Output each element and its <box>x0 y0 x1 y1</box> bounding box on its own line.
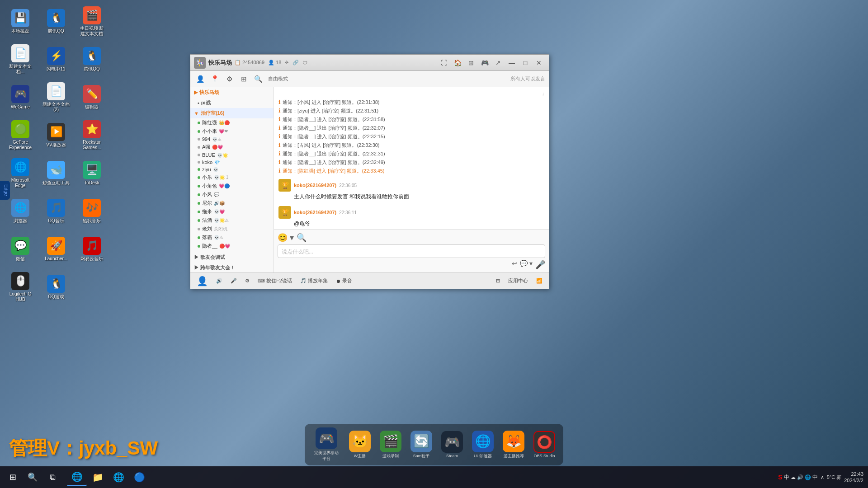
left-edge-bar[interactable]: Edge <box>0 181 10 200</box>
icon-rockstar[interactable]: ⭐ Rockstar Games... <box>76 118 108 152</box>
dock-steam[interactable]: 🎮 Steam <box>439 430 466 459</box>
sidebar-group-kuangnian[interactable]: ▶ 跨年歌友大会！ <box>190 263 274 272</box>
taskbar-browser[interactable]: 🌐 <box>108 468 128 486</box>
scroll-indicator[interactable]: ↓ <box>278 91 544 96</box>
btn-reply[interactable]: ↩ <box>512 260 517 270</box>
icon-local-disk[interactable]: 💾 本地磁盘 <box>5 5 36 38</box>
sidebar-member-yinzhe[interactable]: 隐者__ 🔴💗 <box>190 242 274 250</box>
sidebar-group-main[interactable]: ▶ 快乐马场 <box>190 87 274 98</box>
icon-qq2[interactable]: 🐧 腾讯QQ <box>76 42 108 76</box>
btn-keyboard[interactable]: ⌨ 按住F2说话 <box>256 277 294 285</box>
icon-qqmusic[interactable]: 🎵 QQ音乐 <box>40 194 72 228</box>
taskbar-edge[interactable]: 🌐 <box>67 468 87 486</box>
sidebar-group-pi[interactable]: • pi战 <box>190 98 274 108</box>
search-chat-btn[interactable]: 🔍 <box>297 233 307 243</box>
btn-close[interactable]: ✕ <box>533 57 545 68</box>
sidebar-member-xiaole[interactable]: 小乐 💀🌟 1 <box>190 173 274 182</box>
btn-game[interactable]: 🎮 <box>478 57 491 68</box>
icon-kuwo[interactable]: 🎶 酷我音乐 <box>76 194 108 228</box>
sidebar-member-ziyu[interactable]: ziyu 💀 <box>190 166 274 173</box>
icon-editor[interactable]: ✏️ 编辑器 <box>76 80 108 114</box>
btn-mic-send[interactable]: 🎤 <box>535 260 545 270</box>
chat-input-box[interactable]: 说点什么吧... <box>278 244 545 258</box>
btn-volume[interactable]: 🔊 <box>214 277 224 285</box>
sidebar-member-niel[interactable]: 尼尔 🔊📦 <box>190 199 274 207</box>
sidebar-member-blue[interactable]: BLUE 💀🌟 <box>190 151 274 159</box>
taskbar-chrome[interactable]: 🔵 <box>129 468 149 486</box>
btn-minimize[interactable]: — <box>505 57 518 68</box>
notice-7: ℹ 通知：[隐者__] 退出 [治疗室] 频道。(22:32:31) <box>278 150 544 158</box>
toolbar-grid[interactable]: ⊞ <box>237 73 250 85</box>
icon-flash[interactable]: ⚡ 闪电中11 <box>40 42 72 76</box>
icon-txtdoc[interactable]: 📄 新建文本文档... <box>5 42 36 76</box>
dock-obs[interactable]: ⭕ OBS Studio <box>531 430 558 459</box>
sidebar-member-xiaoxiaolai[interactable]: 小小来 💗❤ <box>190 127 274 136</box>
msg-koko-2: 🏆 koko(2621694207) 22:36:11 @龟爷 <box>278 204 544 230</box>
systray-ime2[interactable]: 中 <box>812 474 818 481</box>
btn-grid-view[interactable]: ⊞ <box>494 277 502 285</box>
dock-waimai[interactable]: 🐱 W主播 <box>346 430 373 460</box>
icon-todesk[interactable]: 🖥️ ToDesk <box>76 156 108 190</box>
btn-maximize[interactable]: □ <box>519 57 532 68</box>
icon-vvplayer[interactable]: ▶️ VV播放器 <box>40 118 72 152</box>
btn-mic[interactable]: 🎤 <box>229 277 239 285</box>
btn-start[interactable]: ⊞ <box>4 468 22 486</box>
icon-geforce[interactable]: 🟢 GeFore Experience <box>5 118 36 152</box>
btn-comment[interactable]: 💬 ▾ <box>520 260 533 270</box>
icon-wechat[interactable]: 💬 微信 <box>5 232 36 266</box>
toolbar-search[interactable]: 🔍 <box>252 73 264 85</box>
toolbar-locate[interactable]: 📍 <box>208 73 221 85</box>
sidebar-member-xiaojiaose[interactable]: 小角色 💗🔵 <box>190 182 274 190</box>
icon-qqgame[interactable]: 🐧 QQ游戏 <box>40 270 72 304</box>
systray-net[interactable]: 🌐 <box>805 474 811 480</box>
toolbar-settings[interactable]: ⚙ <box>223 73 236 85</box>
icon-browser2[interactable]: 🌐 浏览器 <box>5 194 36 228</box>
icon-wegame[interactable]: 🎮 WeGame <box>5 80 36 114</box>
icon-bdvid[interactable]: 🎬 生日视频 新建文本文档 <box>76 5 108 38</box>
btn-record[interactable]: ⏺ 录音 <box>334 277 354 285</box>
dock-capture[interactable]: 🎬 游戏录制 <box>377 430 404 460</box>
sidebar-member-luoshuang[interactable]: 落霜 💀⚠ <box>190 233 274 242</box>
systray-volume[interactable]: 🔊 <box>797 474 803 480</box>
btn-arrow[interactable]: ↗ <box>492 57 505 68</box>
dock-uuvpn[interactable]: 🌐 UU加速器 <box>469 430 496 460</box>
icon-whale[interactable]: 🐋 鲸鱼互动工具 <box>40 156 72 190</box>
btn-task-view[interactable]: ⧉ <box>43 468 61 486</box>
systray-ime[interactable]: 中 <box>784 474 789 481</box>
icon-logitech[interactable]: 🖱️ Logitech G HUB <box>5 270 36 304</box>
btn-home[interactable]: 🏠 <box>451 57 464 68</box>
sidebar-member-994[interactable]: 994 💀⚠ <box>190 136 274 143</box>
emoji-picker-btn[interactable]: 😊 ▾ <box>278 233 294 243</box>
notice-3: ℹ 通知：[隐者__] 进入 [治疗室] 频道。(22:31:58) <box>278 115 544 124</box>
btn-search[interactable]: 🔍 <box>24 468 42 486</box>
dock-haoshijie[interactable]: 🎮 完美世界移动平台 <box>310 427 343 463</box>
sidebar-member-laoliu[interactable]: 老刘 关闭机 <box>190 225 274 233</box>
btn-music[interactable]: 🎵 播放年集 <box>298 277 330 285</box>
sidebar-member-tuomi[interactable]: 拖米 💀💗 <box>190 207 274 216</box>
dock-game2[interactable]: 🦊 游主播推荐 <box>500 430 527 460</box>
sidebar-group-treatment[interactable]: ▼ 治疗室(16) <box>190 108 274 118</box>
icon-netease[interactable]: 🎵 网易云音乐 <box>76 232 108 266</box>
sidebar-group-geyou[interactable]: ▶ 歌友会调试 <box>190 252 274 263</box>
btn-signal[interactable]: 📶 <box>534 277 544 285</box>
btn-screen[interactable]: ⛶ <box>438 57 450 68</box>
systray-cloud[interactable]: ☁ <box>791 474 796 480</box>
sidebar-member-xiaofeng[interactable]: 小风 💬 <box>190 190 274 199</box>
sidebar-member-koko[interactable]: koko 💎 <box>190 159 274 166</box>
sidebar-member-aqiang[interactable]: A强 🔴💗 <box>190 143 274 151</box>
btn-app-center[interactable]: 应用中心 <box>506 277 530 285</box>
btn-grid[interactable]: ⊞ <box>465 57 477 68</box>
icon-launcher[interactable]: 🚀 Launcher... <box>40 232 72 266</box>
sidebar-member-chenhongqiang[interactable]: 陈红强 👑🔴 <box>190 118 274 127</box>
icon-newdoc2[interactable]: 📄 新建文本文档(2) <box>40 80 72 114</box>
dock-sam[interactable]: 🔄 Sam粒子 <box>408 430 435 460</box>
systray-arrow[interactable]: ∧ <box>821 474 824 480</box>
btn-avatar-bottom[interactable]: 👤 <box>195 275 210 287</box>
icon-qq[interactable]: 🐧 腾讯QQ <box>40 5 72 38</box>
systray-s[interactable]: S <box>778 474 782 481</box>
chat-title: 快乐马场 <box>208 59 232 67</box>
sidebar-member-gujiu[interactable]: 沽酒 💀🌟⚠ <box>190 216 274 225</box>
taskbar-explorer[interactable]: 📁 <box>88 468 108 486</box>
btn-settings-audio[interactable]: ⚙ <box>243 277 251 285</box>
toolbar-user[interactable]: 👤 <box>194 73 207 85</box>
